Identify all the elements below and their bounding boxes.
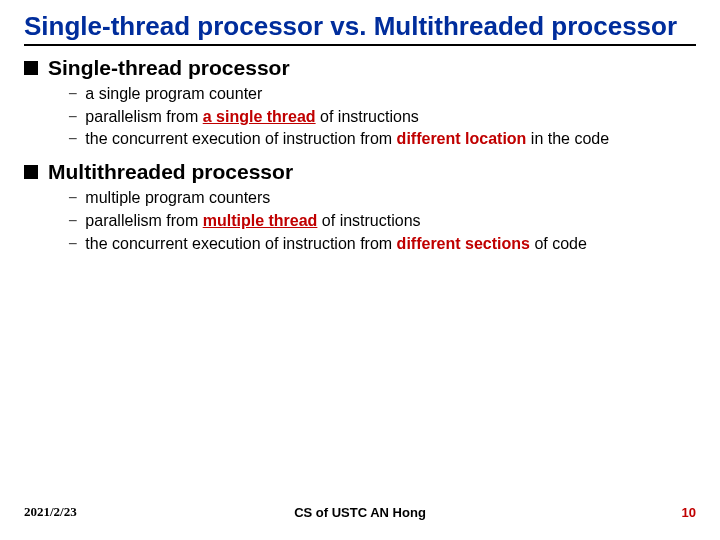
section-2: Multithreaded processor − multiple progr…	[24, 160, 696, 254]
list-item: − the concurrent execution of instructio…	[68, 129, 696, 150]
list-item: − parallelism from multiple thread of in…	[68, 211, 696, 232]
dash-icon: −	[68, 129, 77, 150]
footer-center: CS of USTC AN Hong	[294, 505, 426, 520]
dash-icon: −	[68, 107, 77, 128]
section-2-list: − multiple program counters − parallelis…	[68, 188, 696, 254]
bullet-square-icon	[24, 165, 38, 179]
dash-icon: −	[68, 211, 77, 232]
item-text: a single program counter	[85, 84, 262, 105]
item-text: the concurrent execution of instruction …	[85, 234, 587, 255]
footer-date: 2021/2/23	[24, 504, 77, 520]
list-item: − multiple program counters	[68, 188, 696, 209]
list-item: − the concurrent execution of instructio…	[68, 234, 696, 255]
section-2-heading-text: Multithreaded processor	[48, 160, 293, 184]
item-text: the concurrent execution of instruction …	[85, 129, 609, 150]
item-text: multiple program counters	[85, 188, 270, 209]
section-1-list: − a single program counter − parallelism…	[68, 84, 696, 150]
footer-page-number: 10	[682, 505, 696, 520]
section-2-heading: Multithreaded processor	[24, 160, 696, 184]
footer: 2021/2/23 CS of USTC AN Hong 10	[24, 504, 696, 520]
section-1-heading-text: Single-thread processor	[48, 56, 290, 80]
dash-icon: −	[68, 234, 77, 255]
section-1-heading: Single-thread processor	[24, 56, 696, 80]
dash-icon: −	[68, 84, 77, 105]
dash-icon: −	[68, 188, 77, 209]
list-item: − a single program counter	[68, 84, 696, 105]
bullet-square-icon	[24, 61, 38, 75]
item-text: parallelism from multiple thread of inst…	[85, 211, 420, 232]
item-text: parallelism from a single thread of inst…	[85, 107, 418, 128]
list-item: − parallelism from a single thread of in…	[68, 107, 696, 128]
section-1: Single-thread processor − a single progr…	[24, 56, 696, 150]
slide-title: Single-thread processor vs. Multithreade…	[24, 12, 696, 46]
